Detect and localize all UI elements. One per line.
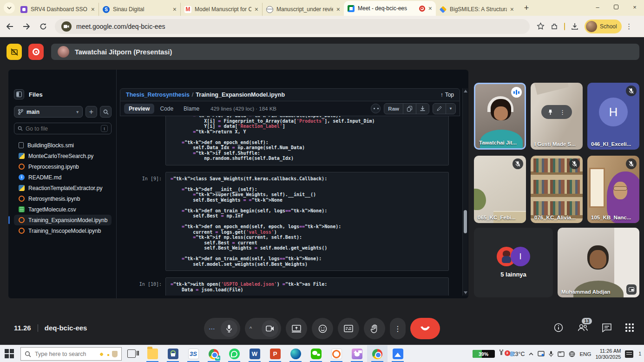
sidebar-panel-icon[interactable]: [14, 89, 24, 99]
browser-tab-6[interactable]: BigSMILES: A Structurally-×: [436, 3, 518, 16]
scroll-to-top-link[interactable]: ↑ Top: [440, 92, 454, 98]
breadcrumb-repo-link[interactable]: Thesis_Retrosynthesis: [126, 92, 190, 98]
downloads-button[interactable]: [569, 20, 581, 33]
action-center-icon[interactable]: [625, 350, 633, 358]
file-item[interactable]: MonteCarloTreeSearch.py: [14, 151, 112, 161]
tile-options-icon[interactable]: ⋮: [559, 109, 565, 116]
taskbar-photos[interactable]: [388, 345, 408, 362]
tab-close-icon[interactable]: ×: [91, 6, 95, 13]
tab-close-icon[interactable]: ×: [428, 5, 432, 12]
reactions-button[interactable]: [312, 318, 333, 339]
tray-snip-icon[interactable]: [538, 351, 545, 357]
reload-button[interactable]: [36, 20, 50, 33]
file-item[interactable]: BuildingBlocks.smi: [14, 140, 112, 151]
chat-button[interactable]: [602, 323, 611, 332]
browser-tab-2[interactable]: Sinau Digital×: [99, 3, 180, 16]
taskbar-chrome-gmail[interactable]: M: [204, 345, 224, 362]
scrollbar-thumb[interactable]: [464, 210, 467, 233]
code-cell[interactable]: ="tk-k">class Save_Weights(tf.keras.call…: [165, 172, 449, 271]
participant-tile-tawatchai[interactable]: Tawatchai Jit...: [474, 83, 526, 150]
file-item[interactable]: Retrosynthesis.ipynb: [14, 193, 112, 204]
code-cell[interactable]: ="tk-k">with open('USPTO_Labeled.json') …: [165, 277, 449, 296]
browser-tab-5[interactable]: Meet - deq-bcic-ees×: [344, 1, 436, 16]
file-item[interactable]: README.md: [14, 172, 112, 183]
edit-button[interactable]: [433, 104, 446, 114]
leave-call-button[interactable]: [410, 318, 440, 339]
taskbar-chrome-active[interactable]: [367, 345, 388, 362]
tab-close-icon[interactable]: ×: [173, 6, 177, 13]
taskbar-edge[interactable]: [285, 345, 306, 362]
participant-tile-065[interactable]: 065_KC_Febi...: [474, 156, 526, 223]
tab-close-icon[interactable]: ×: [336, 6, 340, 13]
present-screen-button[interactable]: [286, 318, 307, 339]
taskbar-cat-app[interactable]: [347, 345, 367, 362]
file-item[interactable]: Training_ExpansionModel.ipynb: [14, 215, 112, 225]
new-tab-button[interactable]: +: [520, 2, 532, 14]
mic-options-dots[interactable]: ⋯: [209, 325, 216, 332]
taskbar-whatsapp[interactable]: [224, 345, 244, 362]
view-tab-preview[interactable]: Preview: [124, 104, 154, 114]
taskbar-word[interactable]: W: [244, 345, 265, 362]
tray-overflow-button[interactable]: [529, 352, 533, 355]
file-item[interactable]: TargetMolecule.csv: [14, 204, 112, 215]
taskbar-wechat[interactable]: [306, 345, 326, 362]
activities-button[interactable]: [625, 323, 634, 332]
file-item[interactable]: Training_InscopeModel.ipynb: [14, 225, 112, 236]
tab-search-button[interactable]: [4, 2, 15, 13]
maximize-button[interactable]: [607, 0, 625, 14]
new-file-button[interactable]: +: [85, 106, 97, 118]
profile-button[interactable]: School: [585, 20, 622, 33]
browser-tab-4[interactable]: Manuscript_under review.p×: [262, 3, 344, 16]
scrollbar-down-arrow[interactable]: [464, 291, 467, 294]
file-item[interactable]: ReactionTemplateExtractor.py: [14, 183, 112, 193]
back-button[interactable]: [3, 20, 17, 33]
url-bar[interactable]: meet.google.com/deq-bcic-ees: [55, 19, 530, 34]
taskbar-file-explorer[interactable]: [142, 345, 163, 362]
recording-indicator-button[interactable]: [28, 44, 44, 60]
search-files-button[interactable]: [100, 106, 112, 118]
close-window-button[interactable]: ×: [625, 0, 644, 14]
tray-network-icon[interactable]: [569, 351, 575, 357]
taskbar-search[interactable]: [20, 347, 122, 361]
code-cell[interactable]: ="tk-k">for i, data ="tk-k">in enumerate…: [165, 116, 449, 165]
overflow-participants-tile[interactable]: I 5 lainnya: [474, 228, 553, 297]
picture-in-picture-button[interactable]: [626, 284, 637, 295]
participant-tile-105[interactable]: 105_KB_Nanc...: [587, 156, 639, 223]
tray-tablet-icon[interactable]: [558, 351, 565, 357]
tab-close-icon[interactable]: ×: [255, 6, 258, 13]
taskbar-search-input[interactable]: [35, 351, 86, 357]
camera-button[interactable]: ^: [245, 318, 281, 339]
raw-button[interactable]: Raw: [384, 104, 403, 114]
effects-off-button[interactable]: [7, 44, 22, 60]
goto-file-input[interactable]: [26, 125, 98, 132]
taskbar-clock[interactable]: 11:26 AM 10/30/2025: [595, 348, 621, 360]
presenter-banner[interactable]: Tawatchai Jitporn (Presentasi): [51, 44, 639, 60]
minimize-button[interactable]: –: [588, 0, 607, 14]
goto-file-box[interactable]: t: [14, 123, 112, 134]
task-view-button[interactable]: [127, 349, 136, 358]
microphone-button[interactable]: ⋯: [204, 318, 240, 339]
participant-tile-046[interactable]: H 046_KI_Exceli...: [587, 83, 639, 150]
forward-button[interactable]: [20, 20, 33, 33]
taskbar-3ds-app[interactable]: 3S: [183, 345, 204, 362]
pin-icon[interactable]: [548, 109, 553, 115]
copilot-icon[interactable]: [371, 104, 381, 113]
copy-button[interactable]: [403, 104, 416, 114]
taskbar-security-app[interactable]: [163, 345, 183, 362]
participants-button[interactable]: 13: [577, 323, 588, 332]
github-scrollbar[interactable]: [462, 88, 468, 296]
tab-close-icon[interactable]: ×: [510, 6, 514, 13]
view-tab-code[interactable]: Code: [155, 104, 178, 114]
tray-mic-icon[interactable]: [549, 351, 553, 357]
camera-options-chevron[interactable]: ^: [250, 326, 252, 331]
view-tab-blame[interactable]: Blame: [179, 104, 204, 114]
meeting-details-button[interactable]: [554, 323, 563, 332]
taskbar-powerpoint[interactable]: P: [265, 345, 285, 362]
browser-tab-1[interactable]: SRV4 Dashboard SSO | Sin×: [17, 3, 99, 16]
more-options-button[interactable]: ⋮: [390, 318, 406, 339]
participant-tile-muhammad[interactable]: Muhammad Abdjan: [558, 228, 639, 297]
battery-widget[interactable]: 39%: [473, 350, 495, 358]
language-indicator[interactable]: ENG: [579, 351, 591, 357]
download-file-button[interactable]: [416, 104, 429, 114]
branch-selector[interactable]: main ▾: [14, 106, 83, 118]
